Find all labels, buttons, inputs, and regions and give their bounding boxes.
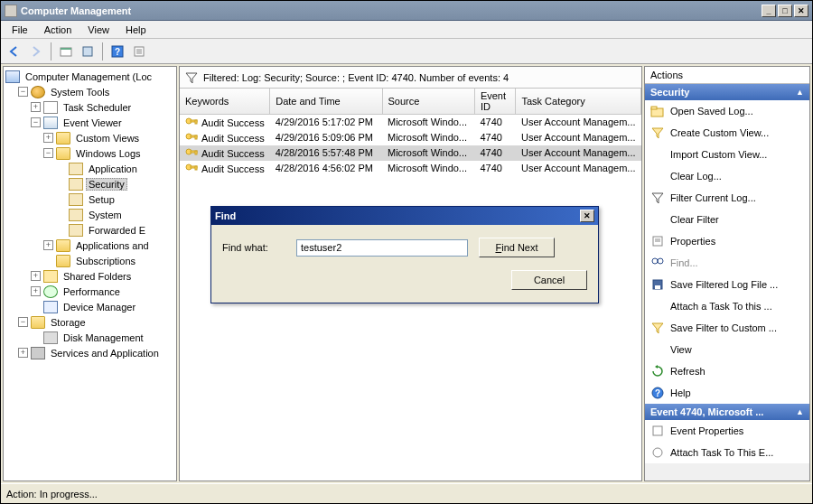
col-source[interactable]: Source [382,89,474,115]
action-refresh[interactable]: Refresh [645,360,809,382]
collapse-icon[interactable]: − [31,117,41,127]
tree-system-tools[interactable]: −System Tools [16,84,176,99]
statusbar: Action: In progress... [1,483,812,503]
maximize-button[interactable]: □ [778,5,792,17]
collapse-icon[interactable]: − [18,87,28,97]
toolbar-icon-3[interactable] [129,42,149,61]
actions-pane: Actions Security ▲ Open Saved Log... Cre… [644,66,810,481]
window-titlebar: Computer Management _ □ ✕ [1,1,812,21]
tree-event-viewer[interactable]: −Event Viewer [29,115,176,130]
svg-rect-20 [195,166,197,170]
table-row[interactable]: Audit Success4/28/2016 5:57:48 PMMicroso… [180,145,641,161]
tree-storage[interactable]: −Storage [16,314,176,330]
back-button[interactable] [5,42,24,61]
svg-rect-11 [195,120,197,124]
toolbar-separator [102,42,103,61]
actions-section-security[interactable]: Security ▲ [645,84,809,100]
expand-icon[interactable]: + [31,102,41,112]
action-view[interactable]: View [645,339,809,360]
filter-bar: Filtered: Log: Security; Source: ; Event… [180,67,641,89]
toolbar-icon-1[interactable] [56,42,76,61]
find-dialog-title: Find [215,210,236,221]
toolbar-separator [51,42,51,61]
tree-performance[interactable]: +Performance [29,284,176,299]
svg-text:?: ? [115,47,120,57]
svg-text:?: ? [655,388,660,398]
expand-icon[interactable]: + [18,348,28,358]
tree-subscriptions[interactable]: Subscriptions [42,253,176,268]
key-icon [185,146,198,157]
svg-rect-2 [83,47,92,56]
collapse-icon[interactable]: − [18,317,28,327]
find-dialog-close-button[interactable]: ✕ [580,210,594,222]
svg-rect-17 [195,151,197,154]
key-icon [185,116,198,126]
action-import-custom-view[interactable]: Import Custom View... [645,144,809,165]
tree-disk-management[interactable]: Disk Management [29,330,176,345]
menu-help[interactable]: Help [118,23,154,37]
app-icon [5,5,17,17]
expand-icon[interactable]: + [43,240,53,250]
col-keywords[interactable]: Keywords [180,89,270,115]
find-next-button[interactable]: Find Next [479,238,555,257]
action-properties[interactable]: Properties [645,230,809,252]
find-dialog-titlebar[interactable]: Find ✕ [211,207,598,225]
collapse-arrow-icon: ▲ [796,407,804,416]
action-event-properties[interactable]: Event Properties [645,420,809,442]
find-what-input[interactable] [296,239,468,257]
tree-shared-folders[interactable]: +Shared Folders [29,268,176,284]
toolbar-help-icon[interactable]: ? [107,42,127,61]
tree-device-manager[interactable]: Device Manager [29,299,176,314]
action-open-saved-log[interactable]: Open Saved Log... [645,100,809,122]
tree-task-scheduler[interactable]: +Task Scheduler [29,99,176,115]
key-icon [185,131,198,142]
tree-application[interactable]: Application [54,161,176,176]
action-help[interactable]: ?Help [645,382,809,404]
action-clear-log[interactable]: Clear Log... [645,165,809,187]
menu-action[interactable]: Action [37,23,79,37]
table-row[interactable]: Audit Success4/29/2016 5:09:06 PMMicroso… [180,130,641,145]
action-save-filter-custom[interactable]: Save Filter to Custom ... [645,317,809,339]
tree-windows-logs[interactable]: −Windows Logs [42,145,176,161]
action-attach-task[interactable]: Attach a Task To this ... [645,295,809,317]
window-title: Computer Management [21,5,762,16]
col-date-time[interactable]: Date and Time [270,89,382,115]
close-button[interactable]: ✕ [794,5,808,17]
tree-setup[interactable]: Setup [54,191,176,207]
action-attach-task-event[interactable]: Attach Task To This E... [645,442,809,463]
tree-security[interactable]: Security [54,176,176,191]
expand-icon[interactable]: + [43,133,53,143]
tree-applications-and[interactable]: +Applications and [42,238,176,253]
forward-button[interactable] [26,42,46,61]
toolbar-icon-2[interactable] [78,42,98,61]
col-event-id[interactable]: Event ID [474,89,516,115]
tree-root[interactable]: Computer Management (Loc [4,69,176,84]
status-text: Action: In progress... [6,489,98,499]
tree-custom-views[interactable]: +Custom Views [42,130,176,145]
collapse-arrow-icon: ▲ [796,88,804,97]
actions-section-event[interactable]: Event 4740, Microsoft ... ▲ [645,404,809,420]
table-row[interactable]: Audit Success4/28/2016 4:56:02 PMMicroso… [180,161,641,176]
cancel-button[interactable]: Cancel [511,270,587,290]
action-find[interactable]: Find... [645,252,809,274]
tree-services-and[interactable]: +Services and Application [16,345,176,360]
toolbar: ? [1,39,812,64]
menu-view[interactable]: View [80,23,117,37]
minimize-button[interactable]: _ [762,5,776,17]
action-clear-filter[interactable]: Clear Filter [645,209,809,230]
tree-forwarded[interactable]: Forwarded E [54,222,176,238]
action-filter-current-log[interactable]: Filter Current Log... [645,187,809,209]
action-save-filtered[interactable]: Save Filtered Log File ... [645,274,809,295]
col-task-category[interactable]: Task Category [516,89,641,115]
tree-system[interactable]: System [54,207,176,222]
table-row[interactable]: Audit Success4/29/2016 5:17:02 PMMicroso… [180,115,641,130]
collapse-icon[interactable]: − [43,148,53,158]
filter-icon [185,71,198,84]
tree-pane[interactable]: Computer Management (Loc −System Tools +… [3,66,177,481]
action-create-custom-view[interactable]: Create Custom View... [645,122,809,144]
svg-rect-14 [195,135,197,139]
expand-icon[interactable]: + [31,286,41,296]
expand-icon[interactable]: + [31,271,41,281]
menu-file[interactable]: File [5,23,35,37]
svg-rect-30 [655,285,660,289]
